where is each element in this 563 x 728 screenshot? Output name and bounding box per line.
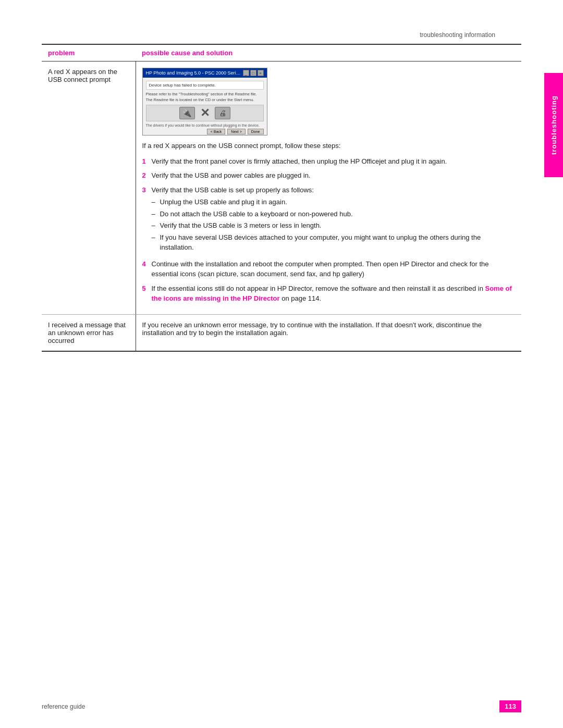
screenshot-controls: _ □ × [243,70,264,76]
back-btn-label: < Back [211,130,222,133]
minimize-button[interactable]: _ [243,70,249,76]
done-btn-label: Done [251,130,260,133]
list-item: – Do not attach the USB cable to a keybo… [152,209,516,219]
step-text-1: Verify that the front panel cover is fir… [152,156,516,167]
screenshot-body-text: Please refer to the "Troubleshooting" se… [146,92,257,102]
solution-text-2: If you receive an unknown error message,… [142,321,482,337]
ss-footer-span: The drivers if you would like to continu… [146,124,260,127]
step-text-5-after: on page 114. [280,294,322,302]
bullet-text-2: Do not attach the USB cable to a keyboar… [160,209,353,219]
sidebar-tab: troubleshooting [544,73,563,177]
step-text-5-before: If the essential icons still do not appe… [152,285,485,292]
step-content-5: If the essential icons still do not appe… [152,283,516,304]
screenshot-image: HP Photo and Imaging 5.0 - PSC 2000 Seri… [142,68,267,135]
list-item: – If you have several USB devices attach… [152,232,516,253]
close-button[interactable]: × [258,70,264,76]
sidebar-tab-text: troubleshooting [550,95,558,155]
screenshot-body-area: Please refer to the "Troubleshooting" se… [146,92,264,103]
page-number: 113 [499,700,521,712]
bullet-text-3: Verify that the USB cable is 3 meters or… [160,220,322,231]
list-item: – Unplug the USB cable and plug it in ag… [152,197,516,207]
main-table: problem possible cause and solution A re… [42,44,521,352]
page-number-text: 113 [505,702,516,710]
intro-span: If a red X appears on the USB connect pr… [142,142,341,150]
section-label: troubleshooting information [42,31,521,39]
dash-icon: – [152,197,160,207]
page-container: troubleshooting information troubleshoot… [0,0,563,728]
dash-icon: – [152,220,160,231]
step-num-1: 1 [142,156,152,167]
maximize-button[interactable]: □ [250,70,256,76]
problem-text-1: A red X appears on the USB connect promp… [48,68,117,83]
list-item: 2 Verify that the USB and power cables a… [142,170,516,181]
device-icon: 🖨 [215,107,230,119]
screenshot-header-text: Device setup has failed to complete. [149,83,216,88]
intro-text: If a red X appears on the USB connect pr… [142,141,516,151]
table-row: I received a message that an unknown err… [42,314,521,351]
step-num-3: 3 [142,185,152,255]
step-text-2: Verify that the USB and power cables are… [152,170,516,181]
bullet-sublist: – Unplug the USB cable and plug it in ag… [152,197,516,253]
problem-cell-1: A red X appears on the USB connect promp… [42,61,136,315]
solution-cell-2: If you receive an unknown error message,… [136,314,521,351]
page-footer: reference guide 113 [42,700,521,712]
list-item: 5 If the essential icons still do not ap… [142,283,516,304]
step-num-4: 4 [142,259,152,279]
col-problem-header: problem [42,44,136,61]
problem-cell-2: I received a message that an unknown err… [42,314,136,351]
usb-x-icons: 🔌 ✕ 🖨 [179,106,230,120]
bullet-text-4: If you have several USB devices attached… [160,232,516,253]
list-item: 4 Continue with the installation and reb… [142,259,516,279]
screenshot-buttons: < Back Next > Done [146,129,264,134]
col-solution-header: possible cause and solution [136,44,521,61]
dash-icon: – [152,209,160,219]
screenshot-content: Device setup has failed to complete. Ple… [143,78,267,135]
footer-left-text: reference guide [42,703,85,710]
list-item: – Verify that the USB cable is 3 meters … [152,220,516,231]
screenshot-central-image: 🔌 ✕ 🖨 [146,105,264,121]
bullet-text-1: Unplug the USB cable and plug it in agai… [160,197,287,207]
screenshot-title-bar: HP Photo and Imaging 5.0 - PSC 2000 Seri… [143,68,267,78]
screenshot-header-area: Device setup has failed to complete. [146,81,264,90]
step-num-5: 5 [142,283,152,304]
x-mark-icon: ✕ [200,106,210,120]
back-button[interactable]: < Back [207,129,226,134]
problem-text-2: I received a message that an unknown err… [48,321,126,344]
top-label-text: troubleshooting information [420,31,495,39]
screenshot-title: HP Photo and Imaging 5.0 - PSC 2000 Seri… [146,70,243,76]
next-button[interactable]: Next > [227,129,245,134]
list-item: 1 Verify that the front panel cover is f… [142,156,516,167]
dash-icon: – [152,232,160,253]
solution-header-text: possible cause and solution [142,49,232,57]
step-text-4: Continue with the installation and reboo… [152,259,516,279]
usb-icon: 🔌 [179,107,195,119]
table-row: A red X appears on the USB connect promp… [42,61,521,315]
steps-list: 1 Verify that the front panel cover is f… [142,156,516,304]
step-text-3: Verify that the USB cable is set up prop… [152,186,314,194]
screenshot-footer-text: The drivers if you would like to continu… [146,124,264,127]
step-content-3: Verify that the USB cable is set up prop… [152,185,516,255]
solution-cell-1: HP Photo and Imaging 5.0 - PSC 2000 Seri… [136,61,521,315]
list-item: 3 Verify that the USB cable is set up pr… [142,185,516,255]
problem-header-text: problem [48,49,75,57]
next-btn-label: Next > [231,130,241,133]
done-button[interactable]: Done [248,129,264,134]
step-num-2: 2 [142,170,152,181]
